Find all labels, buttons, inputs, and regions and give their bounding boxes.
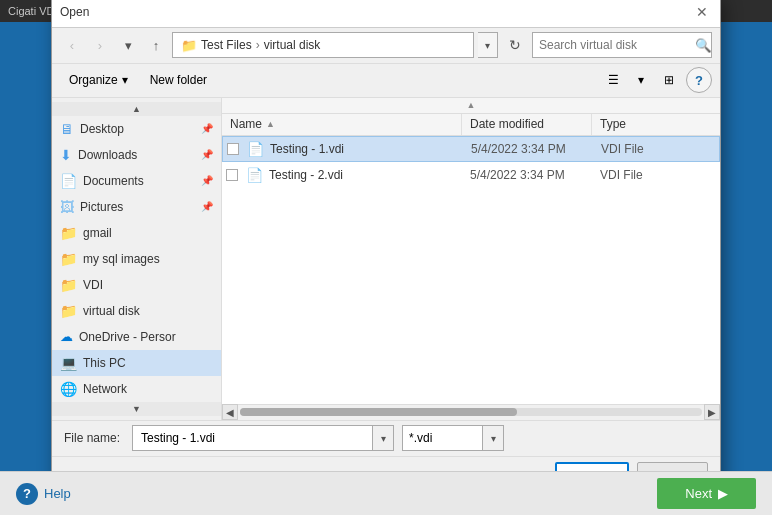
- filetype-dropdown-btn[interactable]: ▾: [482, 425, 504, 451]
- recent-button[interactable]: ▾: [116, 33, 140, 57]
- sidebar-item-label: VDI: [83, 278, 103, 292]
- search-icon-button[interactable]: 🔍: [695, 33, 712, 57]
- view-large-button[interactable]: ⊞: [656, 67, 682, 93]
- checkbox-icon: [226, 169, 238, 181]
- help-circle-icon: ?: [16, 483, 38, 505]
- sidebar-item-virtual-disk[interactable]: 📁 virtual disk: [52, 298, 221, 324]
- organize-label: Organize: [69, 73, 118, 87]
- sidebar-item-label: virtual disk: [83, 304, 140, 318]
- file-icon-name: 📄 Testing - 1.vdi: [243, 141, 463, 157]
- sidebar-item-onedrive[interactable]: ☁ OneDrive - Persor: [52, 324, 221, 350]
- file-list-header: Name ▲ Date modified Type: [222, 114, 720, 136]
- path-separator: ›: [256, 38, 260, 52]
- file-name: Testing - 1.vdi: [270, 142, 344, 156]
- col-date-header[interactable]: Date modified: [462, 114, 592, 135]
- dialog-overlay: Open ✕ ‹ › ▾ ↑ 📁 Test Files › virtual di…: [0, 22, 772, 471]
- help-button[interactable]: ? Help: [16, 483, 71, 505]
- scroll-left-button[interactable]: ◀: [222, 404, 238, 420]
- next-arrow-icon: ▶: [718, 486, 728, 501]
- dialog-close-button[interactable]: ✕: [692, 2, 712, 22]
- app-window: Cigati VDI Recovery (Full) v22.0 Open ✕ …: [0, 0, 772, 515]
- vdi-folder-icon: 📁: [60, 277, 77, 293]
- app-bottom-bar: ? Help Next ▶: [0, 471, 772, 515]
- sidebar-item-label: Pictures: [80, 200, 123, 214]
- toolbar: Organize ▾ New folder ☰ ▾ ⊞ ?: [52, 64, 720, 98]
- file-checkbox: [223, 143, 243, 155]
- sidebar-item-this-pc[interactable]: 💻 This PC: [52, 350, 221, 376]
- sidebar-item-label: Network: [83, 382, 127, 396]
- downloads-icon: ⬇: [60, 147, 72, 163]
- table-row[interactable]: 📄 Testing - 2.vdi 5/4/2022 3:34 PM VDI F…: [222, 162, 720, 188]
- file-list-scroll-up[interactable]: ▲: [222, 98, 720, 114]
- view-buttons: ☰ ▾ ⊞: [600, 67, 682, 93]
- search-input[interactable]: [533, 33, 695, 57]
- sidebar-item-documents[interactable]: 📄 Documents 📌: [52, 168, 221, 194]
- open-dialog: Open ✕ ‹ › ▾ ↑ 📁 Test Files › virtual di…: [51, 0, 721, 497]
- sidebar-item-vdi[interactable]: 📁 VDI: [52, 272, 221, 298]
- path-folder-icon: 📁: [181, 38, 197, 53]
- sidebar-item-label: OneDrive - Persor: [79, 330, 176, 344]
- refresh-button[interactable]: ↻: [502, 32, 528, 58]
- file-icon: 📄: [246, 167, 263, 183]
- dialog-titlebar: Open ✕: [52, 0, 720, 28]
- address-bar: ‹ › ▾ ↑ 📁 Test Files › virtual disk ▾ ↻ …: [52, 28, 720, 64]
- pictures-icon: 🖼: [60, 199, 74, 215]
- network-icon: 🌐: [60, 381, 77, 397]
- file-date: 5/4/2022 3:34 PM: [462, 168, 592, 182]
- sidebar-item-pictures[interactable]: 🖼 Pictures 📌: [52, 194, 221, 220]
- sidebar-item-label: my sql images: [83, 252, 160, 266]
- onedrive-icon: ☁: [60, 329, 73, 344]
- organize-button[interactable]: Organize ▾: [60, 67, 137, 93]
- sidebar-scroll-down[interactable]: ▼: [52, 402, 221, 416]
- next-label: Next: [685, 486, 712, 501]
- file-name: Testing - 2.vdi: [269, 168, 343, 182]
- pin-icon: 📌: [201, 123, 213, 134]
- filename-input[interactable]: [132, 425, 372, 451]
- file-type: VDI File: [592, 168, 720, 182]
- desktop-icon: 🖥: [60, 121, 74, 137]
- sidebar-item-downloads[interactable]: ⬇ Downloads 📌: [52, 142, 221, 168]
- file-checkbox: [222, 169, 242, 181]
- filename-dropdown-btn[interactable]: ▾: [372, 425, 394, 451]
- sidebar-item-network[interactable]: 🌐 Network: [52, 376, 221, 402]
- col-name-header[interactable]: Name ▲: [222, 114, 462, 135]
- scroll-right-button[interactable]: ▶: [704, 404, 720, 420]
- address-dropdown-btn[interactable]: ▾: [478, 32, 498, 58]
- dialog-help-button[interactable]: ?: [686, 67, 712, 93]
- up-button[interactable]: ↑: [144, 33, 168, 57]
- search-box: 🔍: [532, 32, 712, 58]
- sidebar-item-label: Downloads: [78, 148, 137, 162]
- path-part2: virtual disk: [264, 38, 321, 52]
- forward-button[interactable]: ›: [88, 33, 112, 57]
- col-date-label: Date modified: [470, 117, 544, 131]
- new-folder-button[interactable]: New folder: [141, 67, 216, 93]
- vdisk-folder-icon: 📁: [60, 303, 77, 319]
- col-type-header[interactable]: Type: [592, 114, 720, 135]
- documents-icon: 📄: [60, 173, 77, 189]
- gmail-folder-icon: 📁: [60, 225, 77, 241]
- view-dropdown-button[interactable]: ▾: [628, 67, 654, 93]
- sidebar-item-desktop[interactable]: 🖥 Desktop 📌: [52, 116, 221, 142]
- filetype-input[interactable]: [402, 425, 482, 451]
- sidebar-item-label: Documents: [83, 174, 144, 188]
- organize-arrow-icon: ▾: [122, 73, 128, 87]
- dialog-content: ▲ 🖥 Desktop 📌 ⬇ Downloads 📌 📄 Documents: [52, 98, 720, 420]
- file-type: VDI File: [593, 142, 719, 156]
- path-part1: Test Files: [201, 38, 252, 52]
- scroll-track[interactable]: [240, 408, 702, 416]
- view-list-button[interactable]: ☰: [600, 67, 626, 93]
- sidebar: ▲ 🖥 Desktop 📌 ⬇ Downloads 📌 📄 Documents: [52, 98, 222, 420]
- col-name-label: Name: [230, 117, 262, 131]
- scroll-thumb[interactable]: [240, 408, 517, 416]
- sidebar-item-gmail[interactable]: 📁 gmail: [52, 220, 221, 246]
- filename-label: File name:: [64, 431, 124, 445]
- next-button[interactable]: Next ▶: [657, 478, 756, 509]
- back-button[interactable]: ‹: [60, 33, 84, 57]
- mysql-folder-icon: 📁: [60, 251, 77, 267]
- sidebar-scroll-up[interactable]: ▲: [52, 102, 221, 116]
- sidebar-item-mysql[interactable]: 📁 my sql images: [52, 246, 221, 272]
- sidebar-item-label: This PC: [83, 356, 126, 370]
- table-row[interactable]: 📄 Testing - 1.vdi 5/4/2022 3:34 PM VDI F…: [222, 136, 720, 162]
- horizontal-scrollbar[interactable]: ◀ ▶: [222, 404, 720, 420]
- col-type-label: Type: [600, 117, 626, 131]
